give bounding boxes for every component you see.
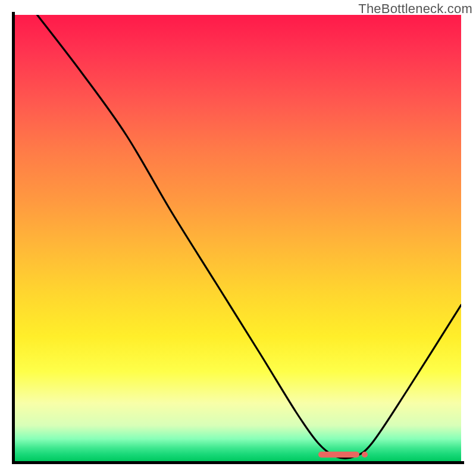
y-axis <box>12 12 15 464</box>
optimal-range-marker <box>318 452 359 458</box>
optimal-range-marker-end <box>362 452 368 458</box>
plot-gradient-background <box>15 15 461 461</box>
chart-container: TheBottleneck.com <box>0 0 476 476</box>
x-axis <box>12 461 464 464</box>
watermark: TheBottleneck.com <box>358 1 472 17</box>
